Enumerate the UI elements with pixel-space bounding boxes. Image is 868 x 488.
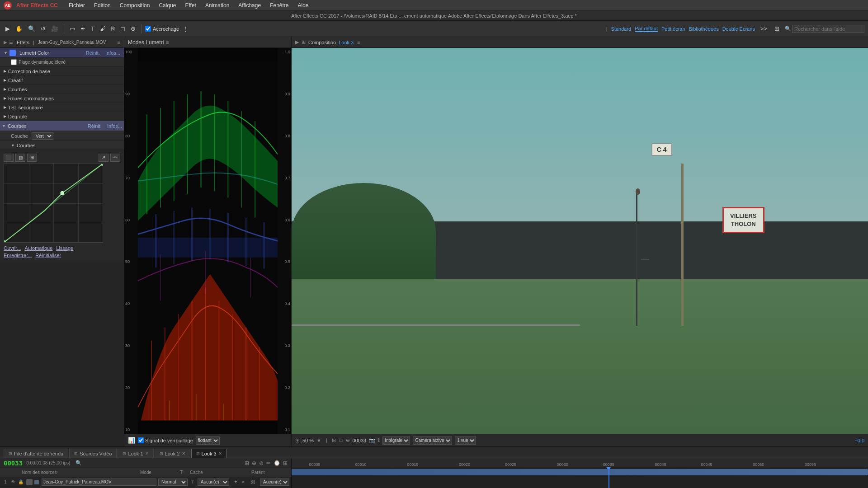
workspace-par-defaut[interactable]: Standard (611, 26, 632, 32)
left-panel: ▶ ☰ Effets | Jean-Guy_Patrick_Panneau.MO… (0, 37, 124, 446)
courbes-reinit-btn[interactable]: Réinit. (88, 123, 102, 129)
accrochage-options[interactable]: ⋮ (181, 24, 190, 33)
tool-clone[interactable]: ⎘ (109, 24, 117, 33)
section-tsl[interactable]: ▶ TSL secondaire (0, 103, 124, 112)
timeline-tool-2[interactable]: ⊕ (252, 460, 256, 466)
section-correction-base[interactable]: ▶ Correction de base (0, 67, 124, 76)
lumetri-reinit-btn[interactable]: Réinit. (86, 50, 100, 56)
tool-erase[interactable]: ◻ (118, 24, 127, 33)
curve-open-btn[interactable]: Ouvrir... (4, 245, 21, 251)
plage-checkbox[interactable] (11, 59, 17, 65)
tool-zoom[interactable]: 🔍 (26, 24, 37, 33)
timeline-tool-4[interactable]: ✏ (266, 460, 271, 466)
flottant-select[interactable]: flottant (196, 436, 220, 445)
tool-shape[interactable]: ▭ (68, 24, 77, 33)
curve-reset-btn[interactable]: Réinitialiser (35, 253, 61, 258)
comp-menu-btn[interactable]: ≡ (357, 40, 360, 45)
signal-lock-checkbox[interactable] (138, 437, 144, 443)
workspace-petit-ecran[interactable]: Petit écran (661, 26, 685, 32)
couche-select[interactable]: Vert (32, 132, 53, 140)
workspace-icon[interactable]: ⊞ (773, 24, 781, 33)
lumetri-expand-icon[interactable]: ▼ (4, 51, 8, 55)
search-input[interactable] (792, 25, 864, 33)
curve-svg (4, 164, 103, 242)
curve-draw-btn[interactable]: ↗ (99, 154, 108, 162)
menu-fichier[interactable]: Fichier (65, 1, 89, 9)
search-layer-icon[interactable]: 🔍 (75, 460, 82, 466)
tool-camera[interactable]: 🎥 (49, 24, 60, 33)
camera-select[interactable]: Caméra active (413, 436, 452, 445)
courbes-expand-icon[interactable]: ▼ (2, 124, 6, 128)
tab-file-attente[interactable]: ⊞ File d'attente de rendu (4, 449, 68, 458)
tool-pen[interactable]: ✒ (79, 24, 87, 33)
curve-grid-btn[interactable]: ▥ (15, 154, 25, 162)
menu-effet[interactable]: Effet (181, 1, 199, 9)
section-label: Roues chromatiques (8, 96, 54, 101)
tool-select[interactable]: ▶ (4, 24, 12, 33)
tab-sources-video[interactable]: ⊞ Sources Vidéo (69, 449, 117, 458)
tool-text[interactable]: T (89, 24, 96, 33)
menu-aide[interactable]: Aide (294, 1, 312, 9)
section-creatif[interactable]: ▶ Créatif (0, 76, 124, 85)
curve-pen-btn[interactable]: ✏ (110, 154, 120, 162)
menu-composition[interactable]: Composition (116, 1, 154, 9)
workspace-bibliotheques[interactable]: Bibliothèques (689, 26, 719, 32)
curve-all-btn[interactable]: ⬛ (4, 154, 14, 162)
menu-animation[interactable]: Animation (202, 1, 233, 9)
tool-puppet[interactable]: ⊕ (129, 24, 137, 33)
layer-eye-icon[interactable]: 👁 (11, 479, 15, 484)
curve-save-btn[interactable]: Enregistrer... (4, 253, 32, 258)
tab-look2[interactable]: ⊞ Look 2 ✕ (155, 449, 190, 458)
tool-brush[interactable]: 🖌 (98, 24, 108, 33)
vue-select[interactable]: 1 vue (455, 436, 476, 445)
section-courbes-top[interactable]: ▶ Courbes (0, 85, 124, 94)
workspace-double-ecrans[interactable]: Double Écrans (722, 26, 755, 32)
layer-name-input[interactable] (42, 479, 156, 486)
tab-close-look2[interactable]: ✕ (182, 451, 185, 456)
timeline-clip[interactable] (292, 469, 868, 475)
accrochage-checkbox[interactable] (145, 26, 151, 32)
panel-collapse-icon[interactable]: ▶ (4, 40, 7, 45)
layer-parent-select[interactable]: Aucun(e) (260, 479, 289, 486)
layer-mode-select[interactable]: Normal (158, 479, 188, 486)
menu-fenetre[interactable]: Fenêtre (266, 1, 292, 9)
panel-menu-btn[interactable]: ≡ (118, 40, 120, 45)
layer-lock-icon[interactable]: 🔒 (18, 479, 24, 484)
panel-options-icon[interactable]: ☰ (9, 40, 13, 45)
courbes-inner-expand[interactable]: ▼ (11, 143, 15, 148)
courbes-infos-btn[interactable]: Infos... (107, 123, 122, 129)
section-degrade[interactable]: ▶ Dégradé (0, 112, 124, 121)
layer-cache-select[interactable]: Aucun(e) (198, 479, 229, 486)
integrale-select[interactable]: Intégrale (382, 436, 410, 445)
tool-rotate[interactable]: ↺ (39, 24, 47, 33)
workspace-more[interactable]: >> (759, 24, 769, 33)
timecode: 00033 (4, 460, 23, 467)
menu-calque[interactable]: Calque (155, 1, 179, 9)
curve-auto-btn[interactable]: Automatique (25, 245, 53, 251)
section-roues[interactable]: ▶ Roues chromatiques (0, 94, 124, 103)
timeline-playhead[interactable] (609, 467, 609, 488)
right-panel: ▶ ⊞ Composition Look 3 ≡ VILLIERS (292, 37, 868, 446)
tab-close-look1[interactable]: ✕ (145, 451, 149, 456)
tab-close-look3[interactable]: ✕ (218, 451, 222, 456)
timeline-tool-5[interactable]: ⌚ (274, 460, 280, 466)
lumetri-infos-btn[interactable]: Infos... (105, 50, 120, 56)
tab-look1[interactable]: ⊞ Look 1 ✕ (118, 449, 153, 458)
curve-canvas[interactable] (4, 164, 103, 243)
curve-smooth-btn[interactable]: Lissage (56, 245, 73, 251)
section-triangle: ▶ (4, 114, 6, 118)
lumetri-modes-menu[interactable]: ≡ (165, 39, 169, 46)
tab-icon: ⊞ (9, 451, 12, 456)
tool-hand[interactable]: ✋ (14, 24, 24, 33)
timeline-tool-3[interactable]: ⊚ (259, 460, 264, 466)
menu-affichage[interactable]: Affichage (235, 1, 264, 9)
waveform-scale-left: 100 90 80 70 60 50 40 30 20 10 (124, 48, 138, 434)
timeline-tool-6[interactable]: ⊞ (283, 460, 288, 466)
tab-look3[interactable]: ⊞ Look 3 ✕ (191, 449, 227, 458)
timeline-tool-1[interactable]: ⊞ (245, 460, 249, 466)
workspace-standard[interactable]: Par défaut (635, 26, 658, 32)
offset-label: +0,0 (854, 438, 864, 443)
layer-color-icon (34, 480, 39, 484)
curve-expand-btn[interactable]: ⊞ (27, 154, 37, 162)
menu-edition[interactable]: Edition (90, 1, 114, 9)
